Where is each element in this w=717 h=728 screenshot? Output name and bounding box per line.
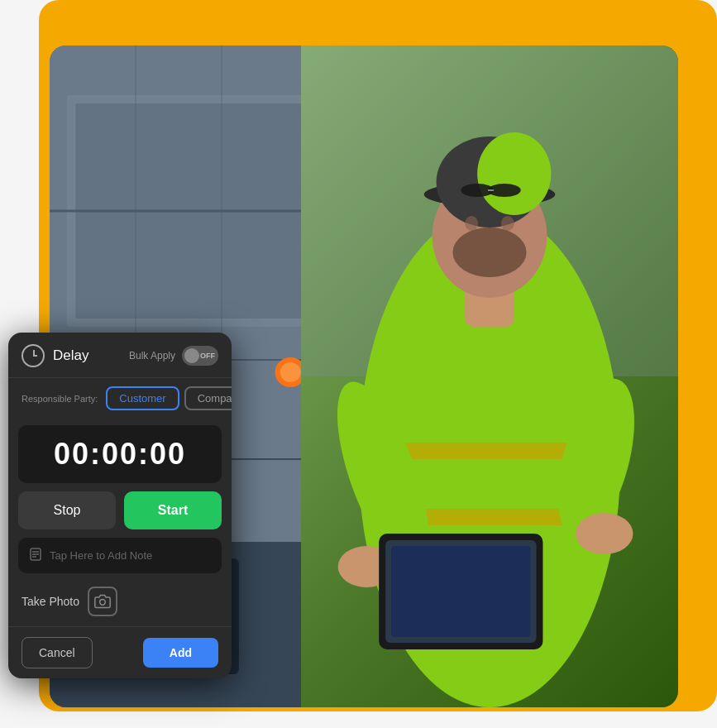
modal-header: Delay Bulk Apply OFF [8, 333, 232, 378]
bulk-apply-toggle[interactable]: OFF [182, 346, 218, 366]
responsible-party-label: Responsible Party: [22, 394, 98, 404]
svg-rect-36 [391, 546, 531, 637]
svg-point-23 [477, 132, 551, 215]
svg-point-33 [576, 513, 633, 554]
worker-figure [301, 46, 678, 707]
bulk-apply-label: Bulk Apply [129, 350, 175, 362]
responsible-party-row: Responsible Party: Customer Company [8, 378, 232, 419]
timer-display: 00:00:00 [18, 425, 222, 483]
company-button[interactable]: Company [184, 386, 232, 410]
take-photo-label: Take Photo [22, 595, 79, 608]
add-button[interactable]: Add [143, 638, 218, 668]
worker-svg [301, 46, 678, 707]
modal-title-group: Delay [22, 344, 88, 367]
start-button[interactable]: Start [124, 491, 222, 529]
take-photo-row: Take Photo [8, 580, 232, 626]
clock-icon [22, 344, 45, 367]
timer-value: 00:00:00 [54, 437, 186, 471]
customer-button[interactable]: Customer [106, 386, 179, 410]
svg-point-29 [452, 228, 526, 277]
note-placeholder: Tap Here to Add Note [50, 549, 152, 562]
modal-title: Delay [53, 347, 88, 364]
document-icon [30, 548, 41, 563]
bulk-apply-group: Bulk Apply OFF [129, 346, 218, 366]
svg-point-41 [100, 600, 106, 606]
svg-point-27 [465, 216, 478, 231]
delay-modal: Delay Bulk Apply OFF Responsible Party: … [8, 333, 232, 678]
svg-point-28 [501, 216, 514, 231]
cancel-button[interactable]: Cancel [22, 637, 93, 668]
toggle-knob [184, 348, 199, 363]
camera-icon [94, 593, 111, 610]
modal-footer: Cancel Add [8, 626, 232, 678]
camera-button[interactable] [88, 587, 117, 616]
note-area[interactable]: Tap Here to Add Note [18, 538, 222, 573]
action-buttons: Stop Start [18, 491, 222, 529]
stop-button[interactable]: Stop [18, 491, 116, 529]
svg-point-7 [280, 362, 301, 382]
toggle-state: OFF [200, 352, 215, 360]
responsible-party-buttons: Customer Company [106, 386, 232, 410]
